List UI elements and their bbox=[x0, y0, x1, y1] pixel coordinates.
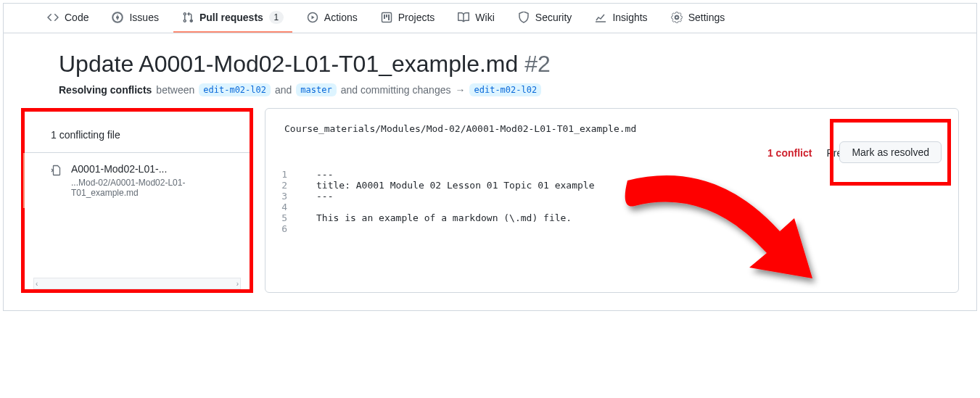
code-editor[interactable]: 1---2title: A0001 Module 02 Lesson 01 To… bbox=[265, 169, 958, 292]
line-content bbox=[302, 223, 958, 234]
and-label: and bbox=[275, 84, 292, 96]
horizontal-scrollbar[interactable]: ‹› bbox=[33, 278, 241, 289]
code-line[interactable]: 3--- bbox=[265, 191, 958, 202]
conflict-editor: Course_materials/Modules/Mod-02/A0001-Mo… bbox=[265, 108, 959, 293]
svg-rect-6 bbox=[388, 14, 390, 20]
issue-icon bbox=[112, 12, 123, 23]
line-content: --- bbox=[302, 191, 958, 202]
sidebar-header: 1 conflicting file bbox=[25, 117, 250, 152]
page-header: Update A0001-Mod02-L01-T01_example.md #2… bbox=[4, 33, 976, 108]
code-line[interactable]: 6 bbox=[265, 223, 958, 234]
resolving-label: Resolving conflicts bbox=[59, 84, 152, 96]
tab-pulls-label: Pull requests bbox=[199, 12, 263, 23]
branch-to[interactable]: master bbox=[296, 83, 336, 96]
gear-icon bbox=[671, 12, 683, 23]
tab-code-label: Code bbox=[65, 12, 88, 23]
resolving-subheader: Resolving conflicts between edit-m02-l02… bbox=[59, 83, 942, 96]
code-line[interactable]: 4 bbox=[265, 202, 958, 212]
line-number: 4 bbox=[265, 202, 302, 212]
tab-settings-label: Settings bbox=[688, 12, 725, 23]
file-diff-icon bbox=[51, 165, 62, 198]
line-number: 5 bbox=[265, 212, 302, 223]
annotation-highlight-box: Mark as resolved bbox=[830, 119, 951, 186]
tab-insights[interactable]: Insights bbox=[586, 4, 656, 33]
tab-insights-label: Insights bbox=[612, 12, 647, 23]
pulls-counter: 1 bbox=[269, 11, 284, 24]
book-icon bbox=[458, 12, 469, 23]
svg-rect-5 bbox=[386, 14, 387, 17]
line-number: 3 bbox=[265, 191, 302, 202]
tab-projects-label: Projects bbox=[398, 12, 435, 23]
tab-security[interactable]: Security bbox=[509, 4, 581, 33]
svg-point-1 bbox=[116, 16, 119, 19]
branch-from[interactable]: edit-m02-l02 bbox=[199, 83, 271, 96]
shield-icon bbox=[518, 12, 530, 23]
graph-icon bbox=[595, 12, 606, 23]
tab-code[interactable]: Code bbox=[38, 4, 97, 33]
committing-label: and committing changes bbox=[341, 84, 451, 96]
conflicting-files-sidebar: 1 conflicting file A0001-Mod02-L01-... .… bbox=[21, 108, 253, 293]
play-icon bbox=[307, 12, 318, 23]
between-label: between bbox=[156, 84, 194, 96]
pr-number: #2 bbox=[524, 51, 551, 77]
pr-title-text: Update A0001-Mod02-L01-T01_example.md bbox=[59, 51, 518, 77]
mark-resolved-button[interactable]: Mark as resolved bbox=[839, 141, 942, 163]
tab-actions-label: Actions bbox=[324, 12, 358, 23]
tab-issues-label: Issues bbox=[129, 12, 158, 23]
svg-point-7 bbox=[675, 16, 678, 19]
line-number: 2 bbox=[265, 180, 302, 191]
tab-actions[interactable]: Actions bbox=[298, 4, 366, 33]
tab-projects[interactable]: Projects bbox=[372, 4, 444, 33]
page-title: Update A0001-Mod02-L01-T01_example.md #2 bbox=[59, 51, 942, 78]
line-content bbox=[302, 202, 958, 212]
repo-nav-tabs: Code Issues Pull requests 1 Actions Proj… bbox=[4, 4, 976, 33]
code-icon bbox=[47, 12, 59, 23]
file-name: A0001-Mod02-L01-... bbox=[71, 163, 235, 175]
arrow-right-icon: → bbox=[455, 84, 465, 96]
line-number: 6 bbox=[265, 223, 302, 234]
conflict-count: 1 conflict bbox=[767, 147, 812, 159]
file-path: ...Mod-02/A0001-Mod02-L01-T01_example.md bbox=[71, 178, 235, 198]
tab-pull-requests[interactable]: Pull requests 1 bbox=[173, 4, 292, 33]
code-line[interactable]: 5This is an example of a markdown (\.md)… bbox=[265, 212, 958, 223]
tab-issues[interactable]: Issues bbox=[103, 4, 167, 33]
project-icon bbox=[381, 12, 392, 23]
tab-wiki-label: Wiki bbox=[475, 12, 494, 23]
tab-wiki[interactable]: Wiki bbox=[449, 4, 503, 33]
pull-request-icon bbox=[182, 12, 194, 23]
conflicting-file-item[interactable]: A0001-Mod02-L01-... ...Mod-02/A0001-Mod0… bbox=[23, 153, 250, 208]
tab-security-label: Security bbox=[535, 12, 572, 23]
tab-settings[interactable]: Settings bbox=[662, 4, 734, 33]
branch-target[interactable]: edit-m02-l02 bbox=[469, 83, 541, 96]
svg-rect-4 bbox=[384, 14, 385, 19]
line-content: This is an example of a markdown (\.md) … bbox=[302, 212, 958, 223]
line-number: 1 bbox=[265, 169, 302, 180]
